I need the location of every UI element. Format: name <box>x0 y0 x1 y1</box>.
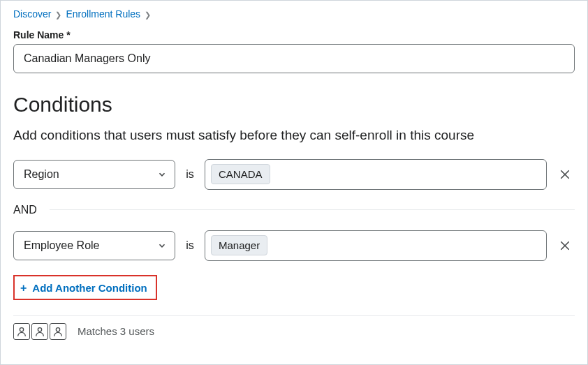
tag-value[interactable]: CANADA <box>211 164 270 184</box>
and-divider: AND <box>13 204 575 216</box>
divider-line <box>50 209 575 210</box>
attribute-select-value: Employee Role <box>13 231 175 260</box>
attribute-select[interactable]: Employee Role <box>13 231 175 260</box>
value-tag-input[interactable]: Manager <box>205 230 547 261</box>
matches-text: Matches 3 users <box>78 325 154 337</box>
avatar-icon <box>13 323 30 340</box>
value-tag-input[interactable]: CANADA <box>205 159 547 190</box>
conditions-heading: Conditions <box>13 93 575 117</box>
conditions-help-text: Add conditions that users must satisfy b… <box>13 126 575 145</box>
svg-point-5 <box>38 327 41 331</box>
avatar-cluster <box>13 323 66 340</box>
add-condition-label: Add Another Condition <box>32 282 147 294</box>
section-divider <box>13 315 575 316</box>
close-icon <box>559 168 571 181</box>
breadcrumb-link-enrollment-rules[interactable]: Enrollment Rules <box>66 8 140 20</box>
avatar-icon <box>31 323 48 340</box>
tag-value[interactable]: Manager <box>211 235 267 255</box>
add-another-condition-button[interactable]: + Add Another Condition <box>20 282 147 295</box>
and-label: AND <box>13 204 50 216</box>
svg-point-4 <box>20 327 23 331</box>
remove-condition-button[interactable] <box>555 165 575 184</box>
rule-name-input[interactable] <box>13 44 575 73</box>
breadcrumb-link-discover[interactable]: Discover <box>13 8 51 20</box>
is-label: is <box>184 239 196 252</box>
add-condition-highlight: + Add Another Condition <box>13 275 157 300</box>
attribute-select-value: Region <box>13 160 175 189</box>
is-label: is <box>184 168 196 181</box>
matches-row: Matches 3 users <box>13 323 575 340</box>
remove-condition-button[interactable] <box>555 236 575 255</box>
rule-name-label: Rule Name * <box>13 29 575 40</box>
avatar-icon <box>50 323 66 340</box>
condition-row: Region is CANADA <box>13 159 575 190</box>
plus-icon: + <box>20 282 27 295</box>
chevron-right-icon: ❯ <box>145 10 151 20</box>
chevron-right-icon: ❯ <box>55 10 61 20</box>
svg-point-6 <box>56 327 59 331</box>
close-icon <box>559 239 571 252</box>
condition-row: Employee Role is Manager <box>13 230 575 261</box>
page-frame: Discover ❯ Enrollment Rules ❯ Rule Name … <box>0 0 588 365</box>
attribute-select[interactable]: Region <box>13 160 175 189</box>
breadcrumb: Discover ❯ Enrollment Rules ❯ <box>13 8 575 20</box>
